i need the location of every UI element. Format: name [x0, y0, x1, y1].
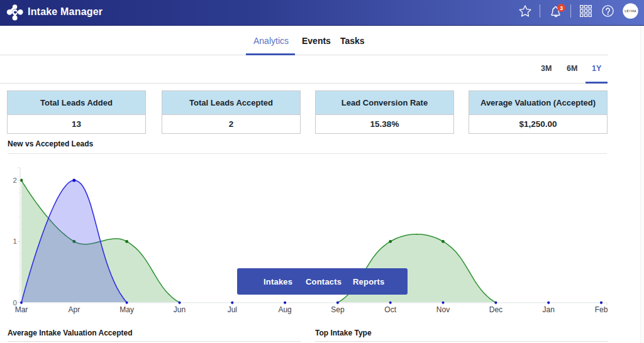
- svg-text:2: 2: [13, 177, 17, 184]
- svg-text:Jun: Jun: [174, 305, 186, 314]
- svg-text:3: 3: [560, 5, 563, 11]
- svg-text:1: 1: [13, 237, 17, 245]
- svg-text:Feb: Feb: [595, 305, 608, 314]
- svg-text:Apr: Apr: [68, 305, 80, 314]
- svg-text:Mar: Mar: [15, 305, 28, 314]
- svg-text:Jul: Jul: [228, 305, 237, 314]
- svg-text:Dec: Dec: [489, 305, 502, 314]
- svg-text:Aug: Aug: [278, 305, 291, 314]
- svg-text:Jan: Jan: [543, 305, 555, 314]
- svg-text:Sep: Sep: [331, 305, 345, 314]
- svg-text:Nov: Nov: [436, 305, 450, 314]
- svg-text:Oct: Oct: [384, 305, 396, 314]
- svg-text:May: May: [119, 305, 134, 314]
